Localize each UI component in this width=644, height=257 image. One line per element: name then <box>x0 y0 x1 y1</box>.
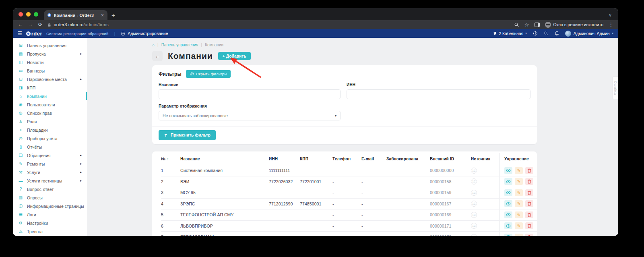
delete-button[interactable] <box>525 178 533 185</box>
name-filter-input[interactable] <box>159 89 341 99</box>
sidebar-item-label: КПП <box>27 85 36 90</box>
browser-tab[interactable]: Компании - Order3 × <box>44 10 107 20</box>
hide-filters-button[interactable]: Скрыть фильтры <box>186 70 231 78</box>
checkpoints-icon: ◨ <box>18 85 23 90</box>
sidebar-item-label: Новости <box>27 60 43 65</box>
cell-phone: - <box>332 190 361 195</box>
error-feedback-tab[interactable]: Ошибка <box>612 77 618 99</box>
view-button[interactable] <box>504 211 512 218</box>
cell-actions: ✎ <box>499 232 537 236</box>
close-tab-icon[interactable]: × <box>101 12 104 18</box>
sidebar-item-sites[interactable]: ⌖ Площадки <box>13 126 87 134</box>
sidebar-item-parking[interactable]: ⊟ Парковочные места ▸ <box>13 75 87 83</box>
table-row: 7 ЕВРОАЗОВМАШ - - 000000172 1С ✎ <box>161 232 537 236</box>
minimize-window-button[interactable] <box>26 12 31 17</box>
breadcrumb-separator: | <box>201 43 202 47</box>
navbar-divider: | <box>114 31 116 36</box>
sidebar-item-requests[interactable]: ❏ Обращения ▸ <box>13 151 87 160</box>
search-icon[interactable] <box>544 31 549 36</box>
sidebar-item-services[interactable]: ⚒ Услуги ▸ <box>13 168 87 176</box>
edit-button[interactable]: ✎ <box>515 211 523 218</box>
view-button[interactable] <box>504 178 512 185</box>
back-button[interactable]: ← <box>18 22 23 27</box>
home-icon[interactable]: ⌂ <box>152 43 155 47</box>
edit-button[interactable]: ✎ <box>515 234 523 236</box>
administration-link[interactable]: Администрирование <box>121 31 168 36</box>
view-button[interactable] <box>504 222 512 229</box>
alarm-icon: ⚠ <box>18 229 23 234</box>
sidebar-item-surveys[interactable]: ▥ Опросы <box>13 193 87 202</box>
display-filter-select[interactable]: Не показывать заблокированные ▾ <box>159 111 341 120</box>
cell-name: Системная компания <box>180 168 269 173</box>
sidebar-item-news[interactable]: ◫ Новости <box>13 58 87 66</box>
sidebar-item-roles[interactable]: ♙ Роли <box>13 117 87 126</box>
window-controls <box>13 12 44 17</box>
header-num-label: № <box>161 157 165 161</box>
sidebar-item-dashboard[interactable]: ⊞ Панель управления <box>13 41 87 50</box>
tab-search-chevron-icon[interactable]: ∨ <box>609 12 618 20</box>
zoom-icon[interactable] <box>514 22 519 27</box>
sidebar-item-label: Парковочные места <box>27 77 67 82</box>
add-company-button[interactable]: + Добавить <box>218 52 251 60</box>
maximize-window-button[interactable] <box>34 12 38 17</box>
sort-asc-icon: ↑ <box>167 157 169 161</box>
close-window-button[interactable] <box>19 12 23 17</box>
cell-source: 1С <box>471 201 499 207</box>
side-panel-icon[interactable] <box>535 23 540 27</box>
sidebar-item-repairs[interactable]: ✎ Ремонты ▸ <box>13 160 87 168</box>
view-button[interactable] <box>504 200 512 207</box>
breadcrumb: ⌂ | Панель управления | Компании <box>152 43 618 47</box>
apply-filter-button[interactable]: Применить фильтр <box>159 130 216 140</box>
app-logo[interactable]: rder <box>26 31 42 37</box>
address-bar[interactable]: order3.mkm.ru/admin/firms <box>47 22 508 27</box>
sidebar-item-alarm[interactable]: ⚠ Тревога <box>13 227 87 236</box>
info-icon[interactable] <box>533 31 538 36</box>
edit-button[interactable]: ✎ <box>515 222 523 229</box>
sidebar-item-reports[interactable]: ▯ Отчёты <box>13 143 87 151</box>
delete-button[interactable] <box>525 200 533 207</box>
header-num[interactable]: №↑ <box>161 157 180 161</box>
eye-icon <box>506 213 511 217</box>
delete-button[interactable] <box>525 222 533 229</box>
sidebar-item-checkpoints[interactable]: ◨ КПП <box>13 83 87 92</box>
edit-button[interactable]: ✎ <box>515 200 523 207</box>
location-selector[interactable]: 2 Кабельная ▾ <box>493 31 527 36</box>
sidebar-item-hotel-services[interactable]: ▬ Услуги гостиницы ▸ <box>13 176 87 185</box>
browser-menu-icon[interactable]: ⋮ <box>609 22 613 27</box>
hamburger-menu-icon[interactable]: ☰ <box>18 31 22 36</box>
page-back-button[interactable]: ← <box>152 51 163 61</box>
sidebar-item-info-pages[interactable]: ⓘ Информационные страницы <box>13 202 87 210</box>
sidebar-item-meters[interactable]: ◷ Приборы учёта <box>13 134 87 143</box>
new-tab-button[interactable]: + <box>111 12 115 19</box>
sidebar-item-label: Вопрос-ответ <box>27 187 54 192</box>
user-menu[interactable]: Админович Админ ▾ <box>565 31 613 37</box>
sidebar-item-banners[interactable]: ▭ Баннеры <box>13 66 87 75</box>
sidebar-item-faq[interactable]: ? Вопрос-ответ <box>13 185 87 193</box>
edit-button[interactable]: ✎ <box>515 189 523 196</box>
delete-button[interactable] <box>525 189 533 196</box>
sidebar-item-users[interactable]: ◉ Пользователи <box>13 100 87 109</box>
parking-icon: ⊟ <box>18 77 23 81</box>
inn-filter-input[interactable] <box>347 89 530 99</box>
notifications-bell-icon[interactable] <box>555 31 559 36</box>
view-button[interactable] <box>504 234 512 236</box>
sidebar-item-settings[interactable]: ⚙ Настройки <box>13 219 87 227</box>
view-button[interactable] <box>504 167 512 174</box>
sidebar-item-companies[interactable]: ⌂ Компании <box>13 92 87 100</box>
sidebar-item-permissions[interactable]: ◎ Список прав <box>13 109 87 117</box>
edit-button[interactable]: ✎ <box>515 178 523 185</box>
bookmark-star-icon[interactable]: ☆ <box>524 22 529 28</box>
sidebar-item-logs[interactable]: ☰ Логи <box>13 210 87 219</box>
meters-icon: ◷ <box>18 136 23 141</box>
delete-button[interactable] <box>525 234 533 236</box>
delete-button[interactable] <box>525 167 533 174</box>
display-filter-label: Параметр отображения <box>159 104 530 108</box>
sidebar-item-passes[interactable]: ▤ Пропуска ▸ <box>13 50 87 58</box>
cell-inn: 1111111111 <box>269 168 300 173</box>
delete-button[interactable] <box>525 211 533 218</box>
sidebar-item-label: Баннеры <box>27 68 45 73</box>
breadcrumb-dashboard-link[interactable]: Панель управления <box>161 43 198 47</box>
edit-button[interactable]: ✎ <box>515 167 523 174</box>
view-button[interactable] <box>504 189 512 196</box>
reload-button[interactable]: ⟳ <box>38 22 42 27</box>
